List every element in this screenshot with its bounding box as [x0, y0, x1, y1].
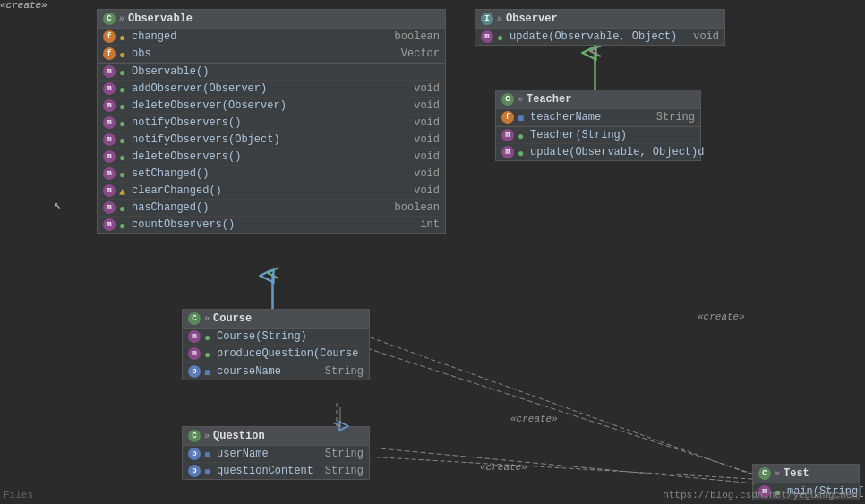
method-update-observer: m ● update(Observable, Object) void	[475, 29, 724, 45]
access-m-7: ▲	[119, 186, 128, 195]
method-produceQuestion: m ● produceQuestion(Course	[183, 346, 369, 363]
create-label-course-to-question: «create»	[480, 462, 527, 473]
class-observable-name: Observable	[128, 13, 193, 25]
method-teacher-update: m ● update(Observable, Object)d	[496, 144, 700, 160]
class-teacher: C » Teacher f ■ teacherName String m ● T…	[495, 90, 701, 161]
watermark: https://blog.csdn.net/yeguangchen	[663, 490, 858, 500]
badge-teacher: C	[501, 93, 514, 106]
class-course-name: Course	[213, 312, 252, 325]
method-deleteObserver: m ● deleteObserver(Observer) void	[98, 98, 445, 115]
badge-test: C	[758, 467, 771, 480]
files-label: Files	[4, 490, 33, 500]
class-teacher-header: C » Teacher	[496, 90, 700, 109]
badge-m-6: m	[103, 167, 116, 180]
access-m-2: ●	[119, 101, 128, 110]
badge-m-course-1: m	[188, 347, 201, 360]
access-obs: ●	[119, 49, 128, 58]
method-clearChanged: m ▲ clearChanged() void	[98, 183, 445, 200]
class-observable: C » Observable f ● changed boolean f ● o…	[97, 9, 446, 234]
cursor: ↖	[54, 197, 61, 212]
badge-m-2: m	[103, 99, 116, 112]
access-course-m-0: ●	[204, 332, 213, 341]
badge-m-teacher-1: m	[501, 146, 514, 158]
badge-m-course-0: m	[188, 330, 201, 343]
access-course-m-1: ●	[204, 349, 213, 358]
class-question: C » Question p ■ userName String p ■ que…	[182, 426, 370, 480]
field-changed: f ● changed boolean	[98, 29, 445, 46]
access-m-6: ●	[119, 169, 128, 178]
class-question-header: C » Question	[183, 427, 369, 446]
method-deleteObservers: m ● deleteObservers() void	[98, 149, 445, 166]
svg-line-2	[365, 336, 752, 474]
class-observer-name: Observer	[506, 13, 558, 25]
create-label-test-to-question: «create»	[510, 414, 558, 424]
field-teacherName: f ■ teacherName String	[496, 109, 700, 126]
field-obs: f ● obs Vector	[98, 46, 445, 63]
badge-m-0: m	[103, 65, 116, 78]
badge-f-changed: f	[103, 30, 116, 43]
access-m-0: ●	[119, 67, 128, 76]
svg-line-3	[365, 457, 752, 479]
badge-m-9: m	[103, 218, 116, 231]
badge-observable: C	[103, 13, 116, 25]
badge-f-obs: f	[103, 47, 116, 60]
method-course-constructor: m ● Course(String)	[183, 329, 369, 346]
badge-observer: I	[481, 13, 493, 25]
method-constructor-observable: m ● Observable()	[98, 64, 445, 81]
badge-question: C	[188, 430, 201, 442]
access-m-3: ●	[119, 118, 128, 127]
method-setChanged: m ● setChanged() void	[98, 166, 445, 183]
access-m-1: ●	[119, 84, 128, 93]
method-addObserver: m ● addObserver(Observer) void	[98, 81, 445, 98]
method-teacher-constructor: m ● Teacher(String)	[496, 127, 700, 144]
badge-m-8: m	[103, 201, 116, 214]
access-teacher-m-0: ●	[518, 131, 527, 140]
field-courseName: p ■ courseName String	[183, 363, 369, 380]
access-teacher-f-0: ■	[518, 113, 527, 122]
svg-line-10	[370, 448, 755, 483]
access-question-f-1: ■	[204, 466, 213, 475]
access-question-f-0: ■	[204, 449, 213, 458]
access-m-9: ●	[119, 220, 128, 229]
class-test-header: C » Test	[753, 465, 859, 483]
create-label-3: «create»	[0, 0, 47, 11]
badge-p-course-0: p	[188, 365, 201, 378]
access-teacher-m-1: ●	[518, 148, 527, 157]
badge-m-7: m	[103, 184, 116, 197]
badge-m-teacher-0: m	[501, 129, 514, 141]
badge-m-4: m	[103, 133, 116, 146]
method-notifyObservers-obj: m ● notifyObservers(Object) void	[98, 132, 445, 149]
badge-p-question-0: p	[188, 448, 201, 460]
class-observer-header: I » Observer	[475, 10, 724, 29]
class-test-name: Test	[784, 467, 809, 480]
diagram-canvas: «create» «create» «create» C » Observabl…	[0, 0, 865, 504]
badge-p-question-1: p	[188, 465, 201, 477]
class-question-name: Question	[213, 430, 265, 442]
badge-m-obs-0: m	[481, 30, 493, 43]
badge-m-3: m	[103, 116, 116, 129]
method-countObservers: m ● countObservers() int	[98, 217, 445, 233]
class-course-header: C » Course	[183, 310, 369, 329]
badge-f-teacher-0: f	[501, 111, 514, 124]
field-questionContent: p ■ questionContent String	[183, 463, 369, 479]
access-m-5: ●	[119, 152, 128, 161]
class-observable-header: C » Observable	[98, 10, 445, 29]
field-userName: p ■ userName String	[183, 446, 369, 463]
method-notifyObservers-noarg: m ● notifyObservers() void	[98, 115, 445, 132]
create-label-test-to-course: «create»	[698, 312, 745, 322]
class-observer: I » Observer m ● update(Observable, Obje…	[475, 9, 725, 46]
access-course-f-0: ■	[204, 367, 213, 376]
class-teacher-name: Teacher	[527, 93, 571, 106]
badge-course: C	[188, 312, 201, 325]
access-m-8: ●	[119, 203, 128, 212]
svg-line-9	[370, 349, 755, 474]
access-m-4: ●	[119, 135, 128, 144]
access-changed: ●	[119, 32, 128, 41]
method-hasChanged: m ● hasChanged() boolean	[98, 200, 445, 217]
badge-m-1: m	[103, 82, 116, 95]
badge-m-5: m	[103, 150, 116, 163]
class-course: C » Course m ● Course(String) m ● produc…	[182, 309, 370, 380]
access-obs-0: ●	[497, 32, 506, 41]
